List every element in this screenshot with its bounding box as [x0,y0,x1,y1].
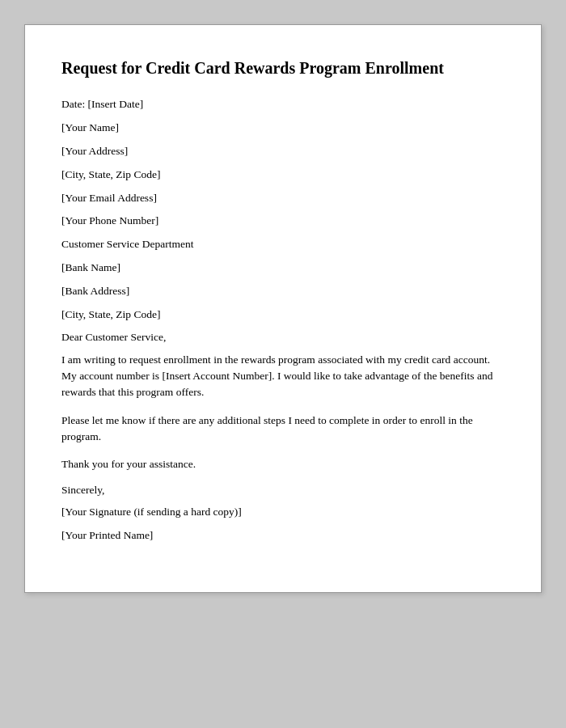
sender-address: [Your Address] [61,144,505,159]
recipient-city-state-zip: [City, State, Zip Code] [61,307,505,323]
recipient-department: Customer Service Department [61,237,505,252]
body-paragraph-1: I am writing to request enrollment in th… [61,352,505,401]
sender-name: [Your Name] [61,121,505,136]
body-paragraph-3: Thank you for your assistance. [61,456,505,472]
closing: Sincerely, [61,484,505,497]
printed-name-line: [Your Printed Name] [61,528,505,544]
date-line: Date: [Insert Date] [61,97,505,112]
document-container: Request for Credit Card Rewards Program … [24,24,542,593]
sender-phone: [Your Phone Number] [61,214,505,229]
recipient-bank-name: [Bank Name] [61,260,505,276]
salutation: Dear Customer Service, [61,331,505,344]
sender-email: [Your Email Address] [61,191,505,206]
document-title: Request for Credit Card Rewards Program … [61,57,505,79]
body-paragraph-2: Please let me know if there are any addi… [61,413,505,446]
recipient-bank-address: [Bank Address] [61,284,505,299]
signature-line: [Your Signature (if sending a hard copy)… [61,505,505,520]
sender-city-state-zip: [City, State, Zip Code] [61,167,505,183]
